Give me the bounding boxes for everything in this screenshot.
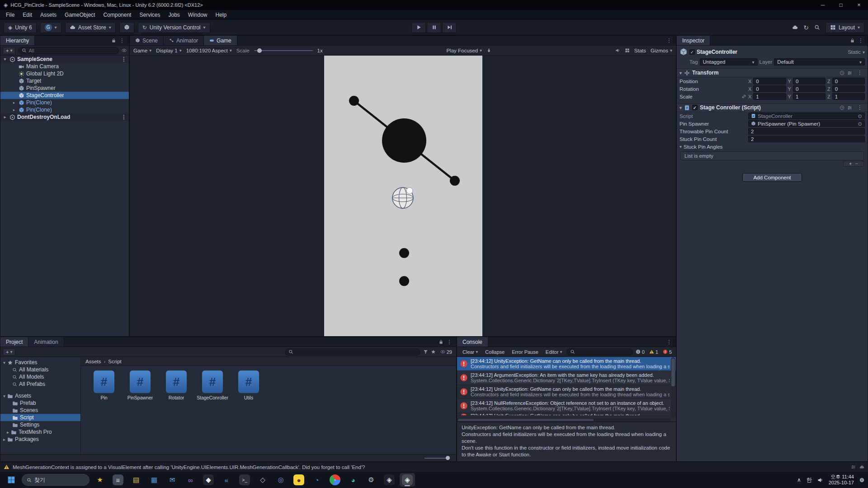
throwable-pin-count-field[interactable] <box>748 128 865 135</box>
console-entry[interactable]: [23:44:12] UnityException: GetName can o… <box>457 385 676 399</box>
tab-animation[interactable]: Animation <box>28 337 64 347</box>
breadcrumb-root[interactable]: Assets <box>85 359 101 364</box>
add-gameobject-button[interactable]: +▾ <box>3 47 15 54</box>
console-entry-selected[interactable]: [23:44:12] UnityException: GetName can o… <box>457 357 676 371</box>
position-z-field[interactable] <box>832 78 865 84</box>
asset-item[interactable]: # Rotator <box>160 371 193 400</box>
transform-component-header[interactable]: ▾ Transform ⋮ <box>677 68 868 77</box>
cloud-icon[interactable] <box>792 24 798 30</box>
presets-icon[interactable] <box>847 105 852 110</box>
scrollbar-thumb[interactable] <box>671 358 675 386</box>
editor-dropdown[interactable]: Editor▾ <box>542 348 566 356</box>
taskbar-app-mail[interactable]: ✉ <box>165 473 180 487</box>
list-add-button[interactable]: + <box>849 161 852 166</box>
foldout-arrow[interactable]: ▾ <box>679 144 682 149</box>
horizontal-scrollbar[interactable] <box>457 418 670 422</box>
game-render-area[interactable] <box>324 56 482 336</box>
add-component-button[interactable]: Add Component <box>742 173 802 182</box>
asset-store-button[interactable]: Asset Store▾ <box>65 22 116 33</box>
taskbar-app-unity-hub[interactable]: ◆ <box>201 473 216 487</box>
menu-assets[interactable]: Assets <box>36 10 61 19</box>
ime-indicator[interactable]: 한 <box>807 476 812 484</box>
hidden-packages-badge[interactable]: 29 <box>439 349 454 355</box>
tab-console[interactable]: Console <box>457 337 488 347</box>
asset-item[interactable]: # PinSpawner <box>123 371 157 400</box>
menu-file[interactable]: File <box>2 10 19 19</box>
hierarchy-item[interactable]: Target <box>0 77 129 84</box>
foldout-arrow[interactable]: ▾ <box>679 70 682 75</box>
menu-edit[interactable]: Edit <box>19 10 36 19</box>
layer-dropdown[interactable]: Default▾ <box>774 58 865 66</box>
clear-button[interactable]: Clear▾ <box>459 348 481 356</box>
taskbar-app-kakaotalk[interactable]: ● <box>291 473 307 487</box>
scale-y-field[interactable] <box>793 93 826 100</box>
taskbar-app-browser[interactable]: ◕ <box>345 473 361 487</box>
aspect-dropdown[interactable]: 1080:1920 Aspect▾ <box>186 48 232 53</box>
hierarchy-search[interactable] <box>18 47 119 54</box>
account-button[interactable]: G ▾ <box>40 22 61 33</box>
asset-item[interactable]: # StageConroller <box>196 371 229 400</box>
menu-gameobject[interactable]: GameObject <box>61 10 99 19</box>
taskbar-app-discord[interactable]: ◎ <box>273 473 288 487</box>
collapse-toggle[interactable]: Collapse <box>482 348 508 356</box>
taskbar-clock[interactable]: 오후 11:44 2025-10-17 <box>829 474 854 486</box>
taskbar-app-whale[interactable]: ◔ <box>309 473 325 487</box>
foldout-arrow[interactable]: ▾ <box>2 57 8 61</box>
rotation-z-field[interactable] <box>832 85 865 92</box>
console-entry[interactable]: [23:44:12] UnityException: GetName can o… <box>457 413 676 416</box>
item-menu-icon[interactable]: ⋮ <box>119 56 129 62</box>
tab-inspector[interactable]: Inspector <box>677 36 710 45</box>
search-icon[interactable] <box>814 24 820 30</box>
presets-icon[interactable] <box>847 70 852 75</box>
foldout-arrow[interactable]: ▸ <box>11 108 17 112</box>
lock-icon[interactable] <box>111 38 116 43</box>
gameobject-name[interactable]: StageController <box>697 49 737 55</box>
tab-hierarchy[interactable]: Hierarchy <box>0 36 35 45</box>
scale-z-field[interactable] <box>832 93 865 100</box>
hierarchy-item[interactable]: ▸ Pin(Clone) <box>0 106 129 113</box>
play-focused-dropdown[interactable]: Play Focused▾ <box>446 48 482 53</box>
panel-menu-icon[interactable]: ⋮ <box>444 339 454 345</box>
taskbar-app-chrome[interactable]: ● <box>327 473 343 487</box>
panel-menu-icon[interactable]: ⋮ <box>664 38 674 44</box>
volume-icon[interactable] <box>817 477 823 483</box>
tag-dropdown[interactable]: Untagged▾ <box>700 58 758 66</box>
assets-root[interactable]: ▾ Assets <box>0 392 80 399</box>
console-search-input[interactable] <box>577 349 629 355</box>
scale-x-field[interactable] <box>753 93 786 100</box>
favorite-search-icon[interactable] <box>431 349 436 354</box>
play-button[interactable] <box>411 22 426 33</box>
rotation-x-field[interactable] <box>753 85 786 92</box>
position-x-field[interactable] <box>753 78 786 84</box>
rotation-y-field[interactable] <box>793 85 826 92</box>
panel-menu-icon[interactable]: ⋮ <box>664 339 674 345</box>
menu-help[interactable]: Help <box>212 10 231 19</box>
taskbar-app-widgets[interactable]: ≡ <box>110 473 126 487</box>
status-bar[interactable]: MeshGenerationContext is assigned to a V… <box>0 462 868 472</box>
display-dropdown[interactable]: Display 1▾ <box>156 48 181 53</box>
filter-type-icon[interactable] <box>423 349 428 354</box>
foldout-arrow[interactable]: ▸ <box>11 100 17 105</box>
taskbar-app-unity-editor[interactable]: ◈ <box>382 473 397 487</box>
mute-audio-icon[interactable] <box>615 48 620 53</box>
hierarchy-item-dontdestroy[interactable]: ▸ DontDestroyOnLoad ⋮ <box>0 113 129 121</box>
menu-window[interactable]: Window <box>184 10 212 19</box>
script-reference-field[interactable]: StageConroller ⊙ <box>748 113 865 119</box>
help-icon[interactable] <box>840 105 844 110</box>
cloud-status-icon[interactable] <box>859 465 864 469</box>
version-control-button[interactable]: ↻ Unity Version Control▾ <box>138 22 210 33</box>
foldout-arrow[interactable]: ▾ <box>679 105 682 110</box>
maximize-button[interactable]: □ <box>832 0 850 10</box>
tab-game[interactable]: Game <box>204 36 237 45</box>
static-dropdown-icon[interactable]: ▾ <box>863 50 865 55</box>
layout-button[interactable]: Layout▾ <box>826 22 864 33</box>
active-checkbox[interactable]: ✓ <box>689 49 695 55</box>
tab-scene[interactable]: Scene <box>130 36 164 45</box>
hierarchy-item-scene[interactable]: ▾ SampleScene ⋮ <box>0 56 129 63</box>
taskbar-app-copilot[interactable]: ★ <box>92 473 108 487</box>
hierarchy-item-selected[interactable]: StageController <box>0 92 129 99</box>
item-menu-icon[interactable]: ⋮ <box>119 114 129 120</box>
taskbar-search[interactable]: 찾기 <box>22 474 90 486</box>
taskbar-app-vscode[interactable]: « <box>219 473 234 487</box>
object-picker-icon[interactable]: ⊙ <box>858 113 862 119</box>
